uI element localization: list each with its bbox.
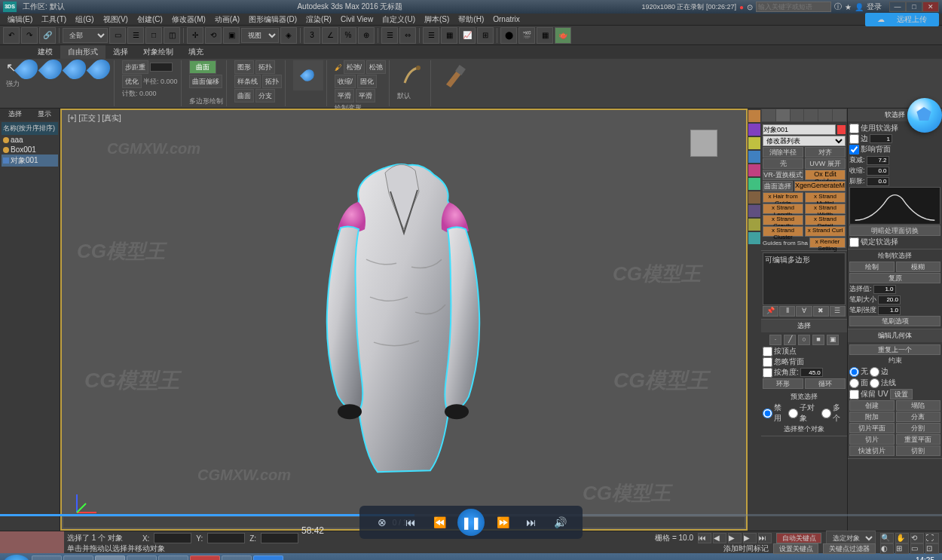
rec-stop-icon[interactable]: ● <box>739 3 744 11</box>
prev-frame-button[interactable]: ◀ <box>713 533 726 543</box>
mirror-button[interactable]: ⇔ <box>399 27 416 44</box>
surface-offset-btn[interactable]: 曲面偏移 <box>189 75 222 88</box>
rect-select-button[interactable]: □ <box>145 27 162 44</box>
menu-create[interactable]: 创建(C) <box>133 14 167 25</box>
ribbon-tab-selection[interactable]: 选择 <box>106 45 136 59</box>
conform-brush-1[interactable] <box>293 60 323 90</box>
close-button[interactable]: ✕ <box>922 2 939 12</box>
menu-ornatrix[interactable]: Ornatrix <box>488 15 525 23</box>
edit-geo-rollout[interactable]: 编辑几何体 <box>848 329 942 342</box>
utilities-tab[interactable] <box>833 109 846 121</box>
use-softsel-check[interactable] <box>849 124 859 133</box>
border-subobj[interactable]: ○ <box>798 335 810 345</box>
star-icon[interactable]: ★ <box>845 3 852 11</box>
topo-btn[interactable]: 拓扑 <box>255 60 275 74</box>
selection-rollout[interactable]: 选择 <box>761 320 847 332</box>
move-button[interactable]: ✢ <box>187 27 203 44</box>
optimize-btn[interactable]: 优化 <box>122 75 142 88</box>
menu-render[interactable]: 渲染(R) <box>301 14 336 25</box>
display-tab[interactable] <box>818 109 832 121</box>
default-brush-icon[interactable] <box>397 60 427 90</box>
tree-item-box[interactable]: Box001 <box>2 145 58 155</box>
remote-upload-button[interactable]: ☁远程上传 <box>865 13 939 26</box>
login-link[interactable]: 登录 <box>867 2 882 12</box>
goto-end-button[interactable]: ⏭ <box>758 533 772 543</box>
nav-zoom-all-button[interactable]: ⊞ <box>895 543 909 554</box>
task-recorder[interactable] <box>190 555 220 560</box>
nav-max-button[interactable]: ⛶ <box>925 533 939 543</box>
menu-modifiers[interactable]: 修改器(M) <box>167 14 210 25</box>
z-coord-input[interactable] <box>261 533 298 543</box>
ignore-back-check[interactable] <box>763 357 772 367</box>
remove-mod-button[interactable]: ✖ <box>813 306 829 317</box>
tree-item-aaa[interactable]: aaa <box>2 135 58 145</box>
setkey-button[interactable]: 设置关键点 <box>773 543 818 554</box>
menu-edit[interactable]: 编辑(E) <box>3 14 37 25</box>
pivot-button[interactable]: ◈ <box>280 27 297 44</box>
ox-btn-10[interactable] <box>748 232 760 244</box>
menu-graph[interactable]: 图形编辑器(D) <box>244 14 301 25</box>
paint-brush-big[interactable] <box>439 60 469 90</box>
layer-button[interactable]: ▦ <box>441 27 457 44</box>
start-button[interactable] <box>3 555 30 560</box>
vp-forward-button[interactable]: ⏩ <box>492 512 513 533</box>
object-color-swatch[interactable] <box>837 125 846 134</box>
menu-help[interactable]: 帮助(H) <box>454 14 488 25</box>
viewport-label[interactable]: [+] [正交 ] [真实] <box>68 113 121 124</box>
maximize-button[interactable]: □ <box>906 2 922 12</box>
left-tab-select[interactable]: 选择 <box>0 109 30 121</box>
addtime-link[interactable]: 添加时间标记 <box>723 543 769 554</box>
window-crossing-button[interactable]: ◫ <box>164 27 180 44</box>
ref-coord-dropdown[interactable]: 视图 <box>241 28 279 43</box>
render-setup-button[interactable]: 🎬 <box>518 27 535 44</box>
element-subobj[interactable]: ▣ <box>827 335 839 345</box>
object-name-input[interactable] <box>763 124 836 135</box>
brush-arrow-icon[interactable]: ↖ <box>6 60 16 75</box>
app-logo[interactable]: 3DS <box>3 2 17 12</box>
ox-btn-3[interactable] <box>748 137 760 149</box>
schematic-button[interactable]: ⊞ <box>477 27 494 44</box>
spline-btn[interactable]: 样条线 <box>234 75 261 88</box>
nav-orbit-button[interactable]: ⟲ <box>910 533 924 543</box>
selection-filter-dropdown[interactable]: 全部 <box>63 28 108 43</box>
play-button[interactable]: ▶ <box>728 533 742 543</box>
jacket-model[interactable] <box>283 146 525 479</box>
align-button[interactable]: ☰ <box>423 27 439 44</box>
modifier-list-dropdown[interactable]: 修改器列表 <box>763 136 846 146</box>
y-coord-input[interactable] <box>207 533 245 543</box>
create-tab[interactable] <box>762 109 775 121</box>
tree-item-object[interactable]: 对象001 <box>2 155 58 167</box>
nav-region-button[interactable]: ▭ <box>910 543 924 554</box>
ribbon-tab-modeling[interactable]: 建模 <box>30 45 60 59</box>
rotate-button[interactable]: ⟲ <box>205 27 222 44</box>
system-tray[interactable]: ▲ 📶 🔊 14:252017/6/2 <box>866 556 939 560</box>
task-app5[interactable] <box>158 555 188 560</box>
vp-next-button[interactable]: ⏭ <box>521 512 542 533</box>
byangle-check[interactable] <box>763 368 772 378</box>
step-spinner[interactable] <box>150 63 173 72</box>
ribbon-tab-freeform[interactable]: 自由形式 <box>60 45 106 59</box>
nav-fov-button[interactable]: ◐ <box>880 543 894 554</box>
ox-btn-7[interactable] <box>748 191 760 203</box>
step-btn[interactable]: 步距重 <box>122 60 148 74</box>
poly-subobj[interactable]: ■ <box>812 335 824 345</box>
render-frame-button[interactable]: ▦ <box>537 27 553 44</box>
menu-customize[interactable]: 自定义(U) <box>378 14 420 25</box>
menu-script[interactable]: 脚本(S) <box>420 14 454 25</box>
x-coord-input[interactable] <box>154 533 191 543</box>
taskbar-clock[interactable]: 14:252017/6/2 <box>901 556 939 560</box>
vp-pause-button[interactable]: ❚❚ <box>457 509 485 536</box>
render-button[interactable]: 🫖 <box>555 27 571 44</box>
pin-stack-button[interactable]: 📌 <box>763 306 778 317</box>
unique-button[interactable]: ∀ <box>796 306 812 317</box>
task-explorer[interactable] <box>32 555 62 560</box>
motion-tab[interactable] <box>804 109 818 121</box>
info-icon[interactable]: ⓘ <box>834 2 842 12</box>
select-button[interactable]: ▭ <box>109 27 126 44</box>
ox-btn-8[interactable] <box>748 205 760 217</box>
menu-group[interactable]: 组(G) <box>71 14 98 25</box>
keyfilter-button[interactable]: 关键点过滤器 <box>823 543 876 554</box>
hierarchy-tab[interactable] <box>791 109 804 121</box>
thunder-floating-icon[interactable] <box>907 98 942 133</box>
nav-pan-button[interactable]: ✋ <box>895 533 909 543</box>
